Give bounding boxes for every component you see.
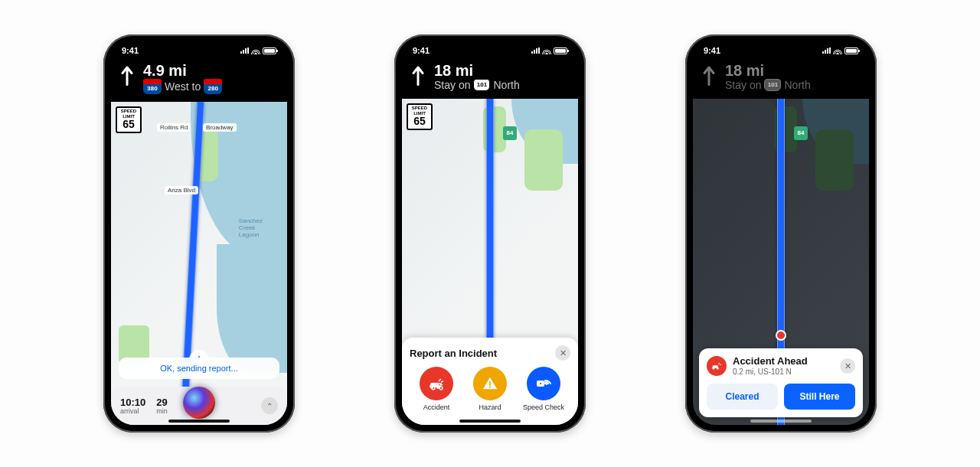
notch <box>743 42 819 59</box>
alert-subtitle: 0.2 mi, US-101 N <box>733 367 808 376</box>
phone-siri-report: 9:41 4.9 mi 380 West to 280 <box>103 34 295 433</box>
incident-marker-icon[interactable] <box>776 330 786 341</box>
nav-banner[interactable]: 18 mi Stay on 101 North <box>402 59 578 99</box>
nav-direction: Stay on 101 North <box>725 79 811 91</box>
battery-icon <box>844 47 858 54</box>
home-indicator[interactable] <box>750 420 812 423</box>
status-time: 9:41 <box>413 46 430 55</box>
map-label: Rollins Rd <box>157 123 191 132</box>
report-hazard-button[interactable]: Hazard <box>467 367 513 411</box>
map-label: Broadway <box>203 123 237 132</box>
still-here-button[interactable]: Still Here <box>784 384 855 410</box>
turn-arrow-icon <box>410 62 426 88</box>
turn-arrow-icon <box>701 62 717 88</box>
cleared-button[interactable]: Cleared <box>707 384 778 410</box>
turn-arrow-icon <box>119 62 136 88</box>
status-time: 9:41 <box>122 46 139 55</box>
cellular-icon <box>531 47 540 54</box>
phone-report-incident: 9:41 18 mi Stay on 101 North <box>394 34 586 433</box>
battery-icon <box>263 47 276 54</box>
nav-direction: Stay on 101 North <box>434 79 520 91</box>
sheet-title: Report an Incident <box>410 348 497 359</box>
report-speedcheck-button[interactable]: Speed Check <box>521 367 567 411</box>
accident-icon <box>707 356 727 376</box>
phone-accident-ahead: 9:41 18 mi Stay on 101 North <box>685 34 877 433</box>
speed-check-icon <box>527 367 560 400</box>
chevron-up-icon[interactable]: ⌃ <box>261 397 278 414</box>
wifi-icon <box>542 47 551 54</box>
speed-limit-sign: SPEED LIMIT 65 <box>116 106 142 133</box>
close-icon[interactable]: ✕ <box>555 345 570 361</box>
map-label: Anza Blvd <box>165 186 198 194</box>
speed-limit-sign: SPEED LIMIT 65 <box>407 103 433 130</box>
wifi-icon <box>833 47 842 54</box>
map-view[interactable]: 84 Accident Ahead 0.2 mi, US-101 N ✕ Cle… <box>693 99 869 425</box>
svg-point-6 <box>713 367 715 370</box>
svg-rect-2 <box>489 381 491 386</box>
eta-arrival: 10:10 arrival <box>120 397 145 415</box>
state-route-shield-icon: 84 <box>794 126 808 140</box>
us-route-shield-icon: 101 <box>473 79 490 91</box>
cellular-icon <box>240 47 249 54</box>
status-time: 9:41 <box>704 46 720 55</box>
map-view[interactable]: 84 SPEED LIMIT 65 Report an Incident ✕ A… <box>402 99 578 425</box>
nav-banner[interactable]: 18 mi Stay on 101 North <box>693 59 869 99</box>
accident-alert-card: Accident Ahead 0.2 mi, US-101 N ✕ Cleare… <box>699 348 863 417</box>
us-route-shield-icon: 101 <box>764 79 781 91</box>
notch <box>452 42 528 59</box>
nav-distance: 18 mi <box>725 62 811 79</box>
hazard-icon <box>473 367 507 400</box>
siri-orb-icon[interactable] <box>183 387 215 419</box>
eta-minutes: 29 min <box>156 397 168 415</box>
svg-rect-3 <box>489 387 491 388</box>
map-label: Sanchez Creek Lagoon <box>236 217 266 239</box>
notch <box>161 42 237 59</box>
alert-title: Accident Ahead <box>733 356 808 367</box>
nav-distance: 18 mi <box>434 62 520 79</box>
wifi-icon <box>251 47 260 54</box>
nav-direction: 380 West to 280 <box>143 79 222 94</box>
nav-distance: 4.9 mi <box>143 62 222 79</box>
report-accident-button[interactable]: Accident <box>413 367 459 411</box>
cellular-icon <box>822 47 831 54</box>
interstate-shield-icon: 380 <box>143 79 162 94</box>
report-incident-sheet: Report an Incident ✕ Accident Haz <box>402 338 578 425</box>
accident-icon <box>420 367 453 400</box>
map-view[interactable]: SPEED LIMIT 65 Rollins Rd Broadway Anza … <box>111 102 287 425</box>
nav-banner[interactable]: 4.9 mi 380 West to 280 <box>111 59 287 102</box>
svg-point-7 <box>717 367 719 370</box>
home-indicator[interactable] <box>168 420 230 423</box>
home-indicator[interactable] <box>459 420 521 423</box>
state-route-shield-icon: 84 <box>503 126 517 140</box>
battery-icon <box>554 47 567 54</box>
close-icon[interactable]: ✕ <box>840 358 855 374</box>
interstate-shield-icon: 280 <box>204 79 222 94</box>
svg-point-5 <box>539 382 542 385</box>
siri-toast: OK, sending report... <box>119 358 279 379</box>
